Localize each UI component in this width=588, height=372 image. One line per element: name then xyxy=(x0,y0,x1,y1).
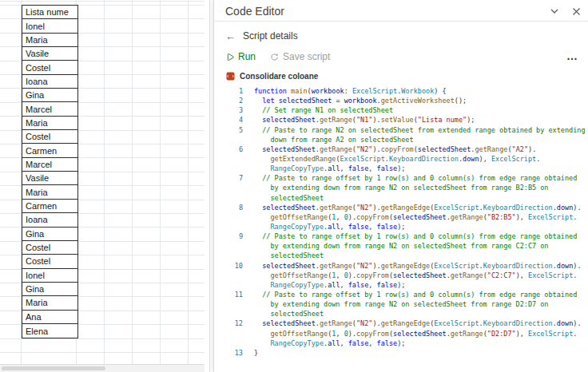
close-icon[interactable] xyxy=(572,7,581,16)
name-cell[interactable]: Costel xyxy=(22,130,77,144)
code-text: RangeCopyType.all, false, false); xyxy=(254,223,405,231)
code-line: 7 // Paste to range offset by 1 row(s) a… xyxy=(222,173,588,183)
code-text: selectedSheet xyxy=(254,251,324,259)
play-icon xyxy=(226,53,234,61)
code-line: 4 selectedSheet.getRange("N1").setValue(… xyxy=(222,115,588,125)
code-line: by extending down from range N2 on selec… xyxy=(222,299,588,309)
code-text: let selectedSheet = workbook.getActiveWo… xyxy=(254,97,467,105)
panel-header: Code Editor xyxy=(214,0,588,22)
name-cell[interactable]: Gina xyxy=(22,283,77,296)
line-number: 1 xyxy=(222,87,248,95)
back-arrow-icon[interactable]: ← xyxy=(225,31,236,42)
code-text: // Paste to range N2 on selectedSheet fr… xyxy=(254,126,586,134)
name-cell[interactable]: Maria xyxy=(22,34,77,47)
name-cell[interactable]: Ionel xyxy=(22,269,77,283)
name-cell[interactable]: Elena xyxy=(22,324,77,338)
name-cell[interactable]: Carmen xyxy=(22,144,77,157)
script-name: Consolidare coloane xyxy=(240,72,318,81)
code-line: selectedSheet xyxy=(222,251,588,260)
horizontal-scrollbar[interactable] xyxy=(0,364,205,372)
code-line: getExtendedRange(ExcelScript.KeyboardDir… xyxy=(222,154,588,164)
name-cell[interactable]: Costel xyxy=(22,241,77,255)
code-line: 2 let selectedSheet = workbook.getActive… xyxy=(222,96,588,105)
code-text: by extending down from range N2 on selec… xyxy=(254,184,548,192)
editor-toolbar: Run Save script … xyxy=(214,50,588,63)
code-line: RangeCopyType.all, false, false); xyxy=(222,280,588,290)
line-number: 4 xyxy=(222,116,248,124)
code-area[interactable]: 1function main(workbook: ExcelScript.Wor… xyxy=(214,86,588,358)
name-cell[interactable]: Marcel xyxy=(22,102,77,116)
name-cell[interactable]: Ioana xyxy=(22,75,77,89)
header-cell[interactable]: Lista nume xyxy=(22,6,77,19)
save-sync-icon xyxy=(270,53,279,61)
name-cell[interactable]: Vasile xyxy=(22,47,77,61)
code-text: // Paste to range offset by 1 row(s) and… xyxy=(254,291,577,299)
name-cell[interactable]: Marcel xyxy=(22,158,77,172)
code-text: // Set range N1 on selectedSheet xyxy=(254,106,393,114)
scrollbar-thumb[interactable] xyxy=(2,366,105,370)
line-number: 2 xyxy=(222,97,248,105)
name-cell[interactable]: Ioana xyxy=(22,213,77,227)
name-cell[interactable]: Vasile xyxy=(22,172,77,185)
script-details-nav: ← Script details xyxy=(214,22,588,42)
name-cell[interactable]: Ana xyxy=(22,311,77,324)
code-line: 5 // Paste to range N2 on selectedSheet … xyxy=(222,125,588,135)
code-line: RangeCopyType.all, false, false); xyxy=(222,338,588,348)
code-text: selectedSheet.getRange("N2").copyFrom(se… xyxy=(254,145,536,153)
save-script-button[interactable]: Save script xyxy=(270,51,330,62)
line-number: 9 xyxy=(222,232,248,240)
code-line: selectedSheet xyxy=(222,309,588,319)
code-text: } xyxy=(254,349,258,357)
name-cell[interactable]: Costel xyxy=(22,255,77,268)
name-cell[interactable]: Maria xyxy=(22,296,77,310)
name-cell[interactable]: Gina xyxy=(22,89,77,102)
name-cell[interactable]: Costel xyxy=(22,61,77,74)
spreadsheet: Lista numeIonelMariaVasileCostelIoanaGin… xyxy=(0,0,205,372)
code-line: down from range A2 on selectedSheet xyxy=(222,135,588,144)
code-text: selectedSheet.getRange("N2").getRangeEdg… xyxy=(254,204,582,212)
code-text: getOffsetRange(1, 0).copyFrom(selectedSh… xyxy=(254,213,577,221)
name-cell[interactable]: Carmen xyxy=(22,200,77,213)
more-options-button[interactable]: … xyxy=(566,54,578,59)
script-tab: Consolidare coloane xyxy=(214,71,588,81)
code-line: 12 selectedSheet.getRange("N2").getRange… xyxy=(222,319,588,328)
screen: Lista numeIonelMariaVasileCostelIoanaGin… xyxy=(0,0,588,372)
code-text: RangeCopyType.all, false, false); xyxy=(254,339,405,347)
pane-divider xyxy=(209,0,210,372)
save-label: Save script xyxy=(283,51,330,62)
name-cell[interactable]: Gina xyxy=(22,228,77,241)
code-text: down from range A2 on selectedSheet xyxy=(254,136,414,144)
code-text: getOffsetRange(1, 0).copyFrom(selectedSh… xyxy=(254,330,577,338)
column-gridline xyxy=(104,0,105,365)
code-text: selectedSheet.getRange("N2").getRangeEdg… xyxy=(254,262,582,270)
code-editor-panel: Code Editor ← Script details Run Save s xyxy=(213,0,588,372)
code-line: 6 selectedSheet.getRange("N2").copyFrom(… xyxy=(222,144,588,154)
code-text: RangeCopyType.all, false, false); xyxy=(254,281,405,289)
code-line: getOffsetRange(1, 0).copyFrom(selectedSh… xyxy=(222,212,588,222)
chevron-down-icon[interactable] xyxy=(550,6,559,16)
code-text: by extending down from range N2 on selec… xyxy=(254,300,548,308)
name-cell[interactable]: Maria xyxy=(22,185,77,199)
code-text: selectedSheet.getRange("N1").setValue("L… xyxy=(254,116,475,124)
line-number: 8 xyxy=(222,204,248,212)
name-cell[interactable]: Maria xyxy=(22,117,77,130)
code-line: 13} xyxy=(222,348,588,358)
line-number: 5 xyxy=(222,126,248,134)
column-gridline xyxy=(132,0,133,365)
code-line: selectedSheet xyxy=(222,193,588,203)
code-line: 3 // Set range N1 on selectedSheet xyxy=(222,105,588,115)
code-line: 1function main(workbook: ExcelScript.Wor… xyxy=(222,86,588,96)
line-number: 10 xyxy=(222,262,248,270)
column-gridline xyxy=(160,0,161,365)
run-button[interactable]: Run xyxy=(226,51,256,62)
name-cell[interactable]: Ionel xyxy=(22,19,77,33)
code-text: selectedSheet.getRange("N2").getRangeEdg… xyxy=(254,319,582,327)
code-line: by extending down from range N2 on selec… xyxy=(222,241,588,251)
code-text: // Paste to range offset by 1 row(s) and… xyxy=(254,232,577,240)
code-line: RangeCopyType.all, false, false); xyxy=(222,164,588,173)
back-label: Script details xyxy=(243,30,298,42)
code-text: getOffsetRange(1, 0).copyFrom(selectedSh… xyxy=(254,271,577,279)
code-text: by extending down from range N2 on selec… xyxy=(254,242,548,250)
line-number: 11 xyxy=(222,291,248,299)
column-gridline xyxy=(188,0,189,365)
